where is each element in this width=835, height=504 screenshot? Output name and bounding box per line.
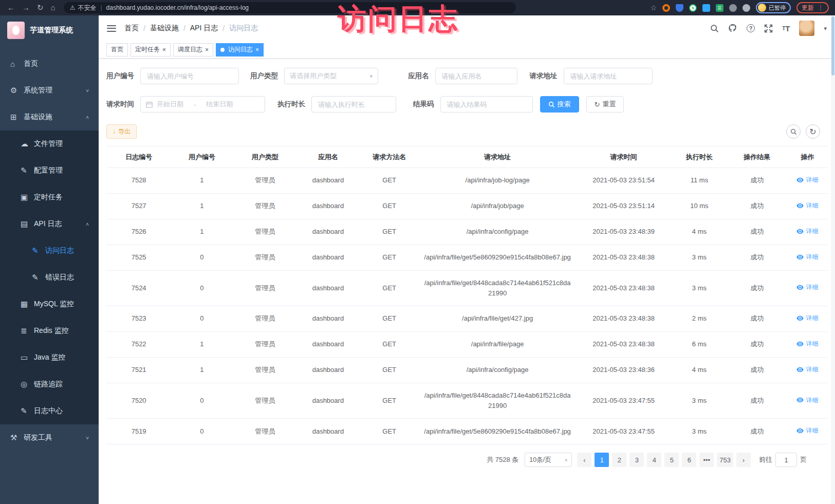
sidebar-item-mysql-monitor[interactable]: ▦ MySQL 监控 [0,291,99,318]
duration-input[interactable] [311,96,396,113]
detail-link[interactable]: 详细 [796,283,818,292]
next-page-button[interactable]: › [736,453,751,467]
fullscreen-icon[interactable] [764,24,773,33]
page-button-4[interactable]: 4 [647,453,661,467]
goto-page-input[interactable] [775,453,797,467]
detail-link[interactable]: 详细 [796,175,818,185]
date-range-picker[interactable]: 开始日期 - 结束日期 [140,96,265,113]
detail-link[interactable]: 详细 [796,313,818,323]
app-name-input[interactable] [435,68,517,84]
tab-1[interactable]: 定时任务× [131,43,171,57]
sidebar-item-redis-monitor[interactable]: ≣ Redis 监控 [0,318,99,344]
tab-0[interactable]: 首页 [106,43,128,57]
detail-link[interactable]: 详细 [796,396,818,405]
detail-link[interactable]: 详细 [796,201,818,211]
detail-link[interactable]: 详细 [796,252,818,262]
export-button[interactable]: ↓ 导出 [106,124,137,139]
table-row[interactable]: 7521 1 管理员 dashboard GET /api/infra/conf… [106,357,827,383]
extension-translate-icon[interactable]: 苗 [716,4,723,12]
sidebar-item-system-mgmt[interactable]: ⚙ 系统管理 ∨ [0,77,99,104]
user-type-select[interactable]: 请选择用户类型 ▾ [284,68,378,84]
prev-page-button[interactable]: ‹ [577,453,591,467]
breadcrumb-home[interactable]: 首页 [124,24,139,33]
search-button[interactable]: 搜索 [540,96,579,113]
scrollbar-thumb[interactable] [831,16,834,76]
page-ellipsis[interactable]: ••• [699,453,714,467]
font-size-icon[interactable]: TT [782,24,790,33]
request-url-input[interactable] [564,68,653,84]
extension-cluster-icon[interactable] [702,4,710,12]
detail-link[interactable]: 详细 [796,426,818,436]
sidebar-item-file-mgmt[interactable]: ☁ 文件管理 [0,130,99,157]
profile-paused-badge[interactable]: 已暂停 [756,2,791,13]
detail-link[interactable]: 详细 [796,227,818,236]
sidebar-item-dev-tools[interactable]: ⚒ 研发工具 ∨ [0,424,99,451]
sidebar-item-api-log[interactable]: ▤ API 日志 ∧ [0,211,99,237]
eye-icon [796,229,804,234]
close-icon[interactable]: × [205,47,209,53]
page-button-1[interactable]: 1 [595,453,609,467]
close-icon[interactable]: × [162,47,166,53]
table-row[interactable]: 7520 0 管理员 dashboard GET /api/infra/file… [106,383,827,418]
app-logo[interactable]: 芋道管理系统 [0,15,99,45]
extension-green-circle-icon[interactable]: S [689,4,697,12]
column-header: 执行时长 [672,146,726,168]
table-row[interactable]: 7527 1 管理员 dashboard GET /api/infra/job/… [106,193,827,219]
extensions-puzzle-icon[interactable] [743,4,750,12]
refresh-table-button[interactable]: ↻ [806,124,820,139]
table-row[interactable]: 7523 0 管理员 dashboard GET /api/infra/file… [106,306,827,332]
page-button-6[interactable]: 6 [682,453,696,467]
browser-menu-icon[interactable]: ⋮ [818,4,824,11]
table-row[interactable]: 7519 0 管理员 dashboard GET /api/infra/file… [106,419,827,444]
page-button-753[interactable]: 753 [717,453,733,467]
avatar-caret-icon[interactable]: ▾ [824,25,827,32]
tab-2[interactable]: 调度日志× [173,43,213,57]
header-search-icon[interactable] [710,24,719,33]
sidebar-item-scheduled-jobs[interactable]: ▣ 定时任务 [0,184,99,211]
browser-back-icon[interactable]: ← [7,0,15,15]
result-code-input[interactable] [440,96,533,113]
eye-icon [796,285,804,290]
detail-link[interactable]: 详细 [796,365,818,375]
browser-forward-icon[interactable]: → [22,0,30,15]
sidebar-item-infrastructure[interactable]: ⊞ 基础设施 ∧ [0,104,99,130]
calendar-icon [146,101,153,108]
sidebar-item-java-monitor[interactable]: ▭ Java 监控 [0,344,99,371]
bookmark-star-icon[interactable]: ☆ [650,4,657,12]
sidebar-item-home[interactable]: ⌂ 首页 [0,50,99,77]
sidebar-item-access-log[interactable]: ✎ 访问日志 [0,237,99,264]
github-icon[interactable] [728,24,737,33]
reset-button[interactable]: ↻ 重置 [586,96,624,113]
page-button-3[interactable]: 3 [629,453,644,467]
close-icon[interactable]: × [255,47,259,53]
page-button-5[interactable]: 5 [664,453,679,467]
sidebar-item-error-log[interactable]: ✎ 错误日志 [0,264,99,291]
browser-refresh-icon[interactable]: ↻ [37,0,44,15]
detail-link[interactable]: 详细 [796,339,818,349]
sidebar-collapse-icon[interactable] [107,25,116,32]
table-row[interactable]: 7522 1 管理员 dashboard GET /api/infra/file… [106,331,827,357]
toggle-search-button[interactable] [786,124,801,139]
breadcrumb-api-log[interactable]: API 日志 [190,24,218,33]
help-icon[interactable]: ? [747,24,755,32]
sidebar-item-config-mgmt[interactable]: ✎ 配置管理 [0,157,99,184]
table-row[interactable]: 7526 1 管理员 dashboard GET /api/infra/conf… [106,219,827,245]
browser-update-button[interactable]: 更新 ⋮ [796,2,829,13]
tab-3[interactable]: 访问日志× [216,43,264,57]
address-bar[interactable]: ⚠ 不安全 | dashboard.yudao.iocoder.cn/infra… [64,2,516,13]
sidebar-item-log-center[interactable]: ✎ 日志中心 [0,398,99,424]
sidebar-item-trace[interactable]: ◎ 链路追踪 [0,371,99,398]
extension-person-icon[interactable] [729,4,737,12]
table-row[interactable]: 7524 0 管理员 dashboard GET /api/infra/file… [106,270,827,306]
user-id-input[interactable] [140,68,239,84]
browser-home-icon[interactable]: ⌂ [51,0,55,15]
table-row[interactable]: 7528 1 管理员 dashboard GET /api/infra/job-… [106,168,827,194]
table-row[interactable]: 7525 0 管理员 dashboard GET /api/infra/file… [106,245,827,270]
user-avatar[interactable] [799,21,814,36]
browser-scrollbar[interactable] [831,15,835,504]
breadcrumb-infrastructure[interactable]: 基础设施 [150,24,179,33]
extension-shield-icon[interactable] [676,4,683,12]
extension-donut-icon[interactable] [662,4,670,12]
page-button-2[interactable]: 2 [612,453,626,467]
page-size-select[interactable]: 10条/页 ▾ [525,453,572,467]
